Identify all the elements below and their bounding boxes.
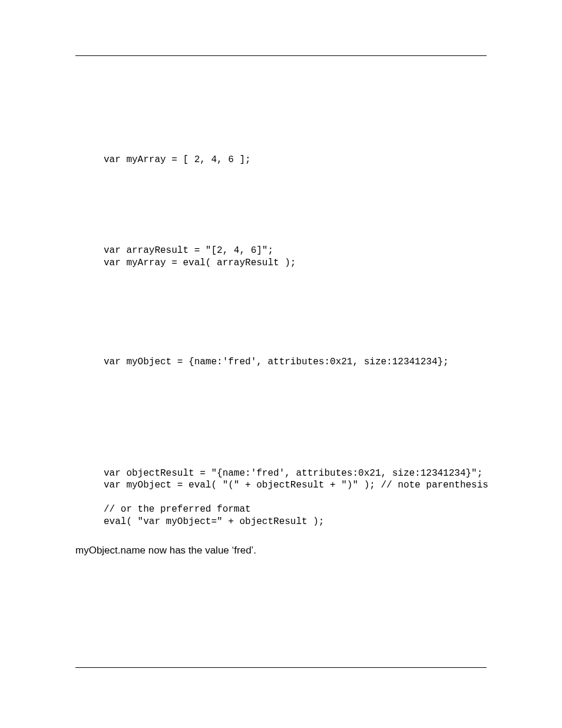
code-line: var myArray = eval( arrayResult ); — [104, 258, 296, 268]
spacer — [75, 166, 487, 245]
code-line: eval( "var myObject=" + objectResult ); — [104, 516, 324, 527]
spacer — [75, 83, 487, 154]
spacer — [75, 269, 487, 356]
code-line: var objectResult = "{name:'fred', attrib… — [104, 468, 482, 479]
code-block-3: var myObject = {name:'fred', attributes:… — [104, 356, 487, 368]
prose-paragraph: myObject.name now has the value ‘fred’. — [75, 544, 487, 557]
code-block-4: var objectResult = "{name:'fred', attrib… — [104, 467, 487, 528]
page-content: var myArray = [ 2, 4, 6 ]; var arrayResu… — [75, 56, 487, 557]
code-line: var arrayResult = "[2, 4, 6]"; — [104, 245, 273, 256]
spacer — [75, 368, 487, 467]
code-line: var myArray = [ 2, 4, 6 ]; — [104, 154, 251, 165]
code-line: var myObject = {name:'fred', attributes:… — [104, 357, 449, 367]
code-block-1: var myArray = [ 2, 4, 6 ]; — [104, 154, 487, 166]
code-block-2: var arrayResult = "[2, 4, 6]"; var myArr… — [104, 245, 487, 269]
document-page: var myArray = [ 2, 4, 6 ]; var arrayResu… — [0, 0, 562, 728]
code-line: var myObject = eval( "(" + objectResult … — [104, 480, 488, 490]
footer-rule — [75, 667, 487, 668]
code-line: // or the preferred format — [104, 504, 251, 515]
